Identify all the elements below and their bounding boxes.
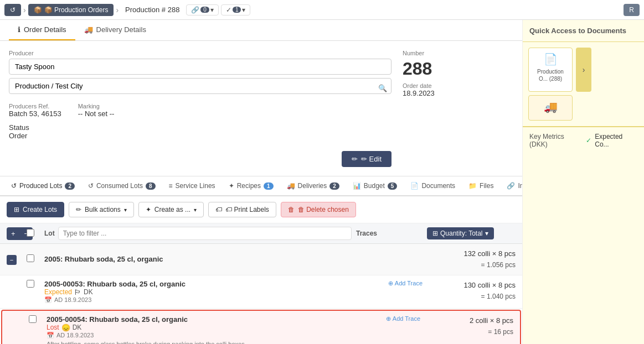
row1-add-trace-label: Add Trace	[395, 280, 423, 286]
link-icon: 🔗	[191, 6, 199, 14]
files-icon: 📁	[468, 182, 477, 190]
btab-budget[interactable]: 📊 Budget 5	[346, 176, 404, 196]
location-field-wrapper: 🔍	[9, 78, 391, 97]
check-pill[interactable]: ✓ 1 ▾	[221, 4, 251, 15]
check-icon: ✓	[226, 6, 231, 14]
btab-consumed[interactable]: ↺ Consumed Lots 8	[81, 176, 162, 196]
order-details-icon: ℹ	[18, 25, 20, 34]
traces-column-header: Traces	[356, 230, 423, 237]
metrics-section: Key Metrics (DKK) ✓ Expected Co...	[523, 127, 644, 154]
plus-minus-controls: + −	[7, 227, 22, 240]
quick-access-title: Quick Access to Documents	[523, 20, 644, 42]
row2-dk-label: DK	[73, 324, 82, 331]
btab-documents[interactable]: 📄 Documents	[404, 176, 462, 196]
right-panel: Quick Access to Documents 📄 Production O…	[522, 20, 644, 344]
metrics-check-icon: ✓	[586, 137, 591, 144]
lot-header-label: Lot	[44, 230, 55, 237]
bottom-tabs: ↺ Produced Lots 2↺ Consumed Lots 8≡ Serv…	[0, 176, 522, 196]
doc-arrow-button[interactable]: ›	[576, 48, 591, 92]
create-as-label: Create as ...	[154, 206, 190, 213]
create-lots-icon: ⊞	[14, 206, 19, 213]
location-input[interactable]	[9, 78, 391, 94]
documents-icon: 📄	[410, 182, 419, 190]
link-badge: 0	[200, 7, 209, 13]
row1-expand-area	[7, 280, 22, 281]
group-qty2: = 1.056 pcs	[427, 260, 516, 270]
row2-qty2: = 16 pcs	[425, 327, 513, 337]
qty-total-button[interactable]: ⊞ Quantity: Total ▾	[427, 227, 494, 239]
back-button[interactable]: ↺	[4, 4, 21, 16]
produced-icon: ↺	[11, 182, 17, 190]
breadcrumb-production-orders[interactable]: 📦 📦 Production Orders	[28, 4, 114, 16]
metrics-expected-label: Expected Co...	[595, 133, 637, 148]
action-bar: ⊞ Create Lots ✏ Bulk actions ▾ ✦ Create …	[0, 196, 522, 223]
btab-produced[interactable]: ↺ Produced Lots 2	[4, 176, 81, 196]
create-lots-label: Create Lots	[23, 206, 57, 213]
row2-add-trace-label: Add Trace	[393, 315, 420, 322]
row1-qty1: 130 colli × 8 pcs	[427, 280, 516, 291]
row1-lot-number: 2005-00053: Rhubarb soda, 25 cl, organic	[44, 280, 352, 288]
consumed-badge: 8	[146, 183, 156, 190]
producer-input[interactable]	[9, 59, 391, 75]
row1-traces-cell: ⊕ Add Trace	[356, 280, 423, 287]
btab-files[interactable]: 📁 Files	[462, 176, 500, 196]
row2-expand-area	[9, 315, 24, 316]
bulk-actions-button[interactable]: ✏ Bulk actions ▾	[69, 202, 134, 217]
row2-qty1: 2 colli × 8 pcs	[425, 315, 513, 327]
row2-add-trace-button[interactable]: ⊕ Add Trace	[386, 315, 420, 322]
row2-traces-cell: ⊕ Add Trace	[354, 315, 420, 322]
select-all-checkbox[interactable]	[27, 229, 34, 237]
group-expand-button[interactable]: −	[7, 255, 17, 265]
row2-note: After bottling, some glass bottles broke…	[47, 341, 349, 344]
order-card: ℹ Order Details 🚚 Delivery Details Produ…	[0, 20, 522, 176]
lot-row-2: 2005-00054: Rhubarb soda, 25 cl, organic…	[1, 310, 521, 344]
group-name: 2005: Rhubarb soda, 25 cl, organic	[44, 255, 163, 263]
tab-delivery-details[interactable]: 🚚 Delivery Details	[75, 20, 155, 40]
doc-card-production[interactable]: 📄 Production O... (288)	[528, 48, 573, 92]
btab-integration[interactable]: 🔗 Integration Logs	[500, 176, 522, 196]
marking-val: -- Not set --	[78, 110, 115, 118]
tab-order-details[interactable]: ℹ Order Details	[9, 20, 75, 40]
producer-label: Producer	[9, 50, 391, 56]
row1-checkbox[interactable]	[27, 280, 34, 288]
create-lots-button[interactable]: ⊞ Create Lots	[7, 202, 64, 217]
qty-header-label: Quantity: Total	[440, 230, 483, 237]
qty-column-header: ⊞ Quantity: Total ▾	[427, 227, 516, 239]
lot-filter-input[interactable]	[58, 227, 352, 240]
btab-recipes[interactable]: ✦ Recipes 1	[222, 176, 280, 196]
row2-qty-cell: 2 colli × 8 pcs = 16 pcs	[425, 315, 513, 337]
edit-label: ✏ Edit	[361, 155, 382, 163]
edit-button[interactable]: ✏ ✏ Edit	[342, 151, 391, 167]
producers-ref-label: Producers Ref.	[9, 103, 61, 110]
order-number: 288	[403, 59, 513, 79]
group-qty-cell: 132 colli × 8 pcs = 1.056 pcs	[427, 248, 516, 270]
produced-badge: 2	[65, 183, 75, 190]
delete-chosen-label: 🗑 Delete chosen	[298, 206, 349, 213]
status-val: Order	[9, 132, 391, 140]
lot-table: + − Lot Traces ⊞ Quantity: T	[0, 223, 522, 344]
create-as-button[interactable]: ✦ Create as ... ▾	[138, 202, 204, 217]
right-nav-button[interactable]: R	[624, 4, 640, 16]
check-dropdown-icon: ▾	[242, 6, 245, 14]
row1-add-trace-button[interactable]: ⊕ Add Trace	[388, 280, 423, 287]
link-dropdown-icon: ▾	[210, 6, 214, 14]
row2-checkbox[interactable]	[29, 315, 37, 323]
row2-date: 📅 AD 18.9.2023	[47, 332, 349, 339]
delete-chosen-button[interactable]: 🗑 🗑 Delete chosen	[281, 202, 356, 217]
create-as-icon: ✦	[146, 206, 151, 213]
link-pill[interactable]: 🔗 0 ▾	[186, 4, 219, 15]
row1-date-val: AD 18.9.2023	[54, 296, 91, 303]
producers-ref-field: Producers Ref. Batch 53, 46153	[9, 103, 61, 118]
plus-button[interactable]: +	[7, 227, 20, 240]
order-date-val: 18.9.2023	[403, 89, 513, 97]
btab-service[interactable]: ≡ Service Lines	[162, 176, 222, 196]
main-layout: ℹ Order Details 🚚 Delivery Details Produ…	[0, 20, 644, 344]
deliveries-badge: 2	[329, 183, 339, 190]
print-labels-button[interactable]: 🏷 🏷 Print Labels	[208, 202, 276, 217]
production-orders-icon: 📦	[34, 6, 42, 14]
btab-deliveries[interactable]: 🚚 Deliveries 2	[280, 176, 346, 196]
form-left: Producer 🔍 Producers Ref. Batch 53, 4615…	[9, 50, 391, 167]
group-checkbox[interactable]	[27, 254, 34, 262]
breadcrumb-sep1: ›	[23, 6, 26, 14]
doc-card-delivery[interactable]: 🚚	[528, 95, 573, 121]
